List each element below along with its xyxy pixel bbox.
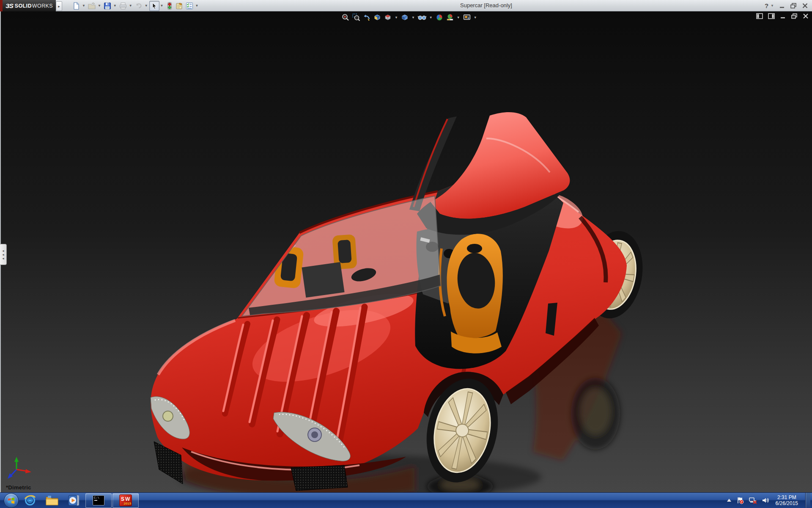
internet-explorer-icon xyxy=(24,494,36,507)
network-status-icon[interactable] xyxy=(749,497,757,504)
view-orientation-icon xyxy=(384,13,392,22)
hide-show-items-button[interactable] xyxy=(417,13,427,22)
taskbar: C:\ S W 2015 xyxy=(0,492,812,508)
view-settings-button[interactable] xyxy=(462,13,472,22)
main-toolbar: ▼ ▼ ▼ xyxy=(71,1,200,11)
hide-show-items-dropdown[interactable]: ▼ xyxy=(429,16,433,19)
sw-badge-s: S xyxy=(121,496,124,502)
previous-view-button[interactable] xyxy=(362,13,371,22)
apply-scene-icon xyxy=(446,13,454,22)
section-view-icon xyxy=(373,13,381,22)
taskbar-item-command-prompt[interactable]: C:\ xyxy=(85,493,112,508)
solidworks-logo: ЗS SOLID WORKS xyxy=(3,0,56,11)
print-button[interactable] xyxy=(118,1,128,11)
edit-appearance-button[interactable] xyxy=(435,13,444,22)
command-prompt-icon: C:\ xyxy=(93,495,104,505)
file-properties-icon xyxy=(175,2,184,10)
taskbar-items: C:\ S W 2015 xyxy=(0,493,139,508)
show-display-pane-icon[interactable] xyxy=(768,13,775,19)
graphics-viewport[interactable]: ▼ ▼ ▼ xyxy=(0,11,812,492)
previous-view-icon xyxy=(362,13,371,22)
select-dropdown[interactable]: ▼ xyxy=(160,4,164,8)
cmd-label: C:\ xyxy=(94,496,99,500)
options-button[interactable] xyxy=(184,1,195,11)
undo-icon xyxy=(134,2,143,10)
start-button[interactable] xyxy=(3,493,19,508)
options-checklist-icon xyxy=(185,2,194,10)
display-style-icon xyxy=(401,13,409,22)
view-orientation-dropdown[interactable]: ▼ xyxy=(395,16,398,19)
headsup-view-toolbar: ▼ ▼ ▼ xyxy=(341,13,478,22)
new-document-icon xyxy=(72,2,80,10)
volume-icon[interactable] xyxy=(762,497,769,504)
undo-dropdown[interactable]: ▼ xyxy=(145,4,148,8)
zoom-to-fit-icon xyxy=(341,13,350,22)
minimize-document-icon[interactable] xyxy=(780,13,786,19)
document-window-controls xyxy=(756,13,809,19)
help-button[interactable]: ? xyxy=(765,0,768,11)
zoom-to-area-button[interactable] xyxy=(351,13,361,22)
show-feature-pane-icon[interactable] xyxy=(756,13,763,19)
new-dropdown[interactable]: ▼ xyxy=(82,4,85,8)
select-cursor-icon xyxy=(150,2,159,10)
hide-show-items-icon xyxy=(417,13,427,22)
save-floppy-icon xyxy=(103,2,112,10)
title-bar[interactable]: ЗS SOLID WORKS ▸ ▼ ▼ xyxy=(0,0,812,11)
windows-logo-icon xyxy=(4,493,19,508)
open-button[interactable] xyxy=(87,1,97,11)
clock-time: 2:31 PM xyxy=(776,494,798,500)
window-title: Supercar [Read-only] xyxy=(460,2,512,8)
restore-document-icon[interactable] xyxy=(791,13,798,19)
help-dropdown[interactable]: ▼ xyxy=(771,4,774,8)
save-dropdown[interactable]: ▼ xyxy=(113,4,117,8)
sw-badge-year: 2015 xyxy=(123,502,131,505)
print-dropdown[interactable]: ▼ xyxy=(129,4,132,8)
display-style-dropdown[interactable]: ▼ xyxy=(411,16,415,19)
brand-mark: ЗS xyxy=(5,2,13,9)
new-button[interactable] xyxy=(71,1,81,11)
toolbar-flyout-arrow[interactable]: ▸ xyxy=(56,1,62,11)
taskbar-clock[interactable]: 2:31 PM 6/26/2015 xyxy=(776,494,798,506)
close-document-icon[interactable] xyxy=(803,13,809,19)
system-tray: 2:31 PM 6/26/2015 xyxy=(727,493,812,508)
file-properties-button[interactable] xyxy=(174,1,184,11)
select-button[interactable] xyxy=(149,1,159,11)
restore-button[interactable] xyxy=(790,3,797,8)
save-button[interactable] xyxy=(102,1,112,11)
options-dropdown[interactable]: ▼ xyxy=(195,4,199,8)
media-player-icon xyxy=(68,494,80,507)
collapsed-panel-tab[interactable]: ◄ ◄ ◄ xyxy=(0,244,7,265)
open-dropdown[interactable]: ▼ xyxy=(98,4,101,8)
view-orientation-button[interactable] xyxy=(383,13,392,22)
print-icon xyxy=(119,2,127,10)
window-controls: ? ▼ xyxy=(765,0,808,11)
apply-scene-button[interactable] xyxy=(445,13,455,22)
taskbar-item-solidworks[interactable]: S W 2015 xyxy=(112,493,139,508)
action-center-icon[interactable] xyxy=(736,497,744,504)
rebuild-button[interactable] xyxy=(165,1,174,11)
rebuild-traffic-light-icon xyxy=(166,2,173,10)
view-settings-icon xyxy=(463,13,471,22)
minimize-button[interactable] xyxy=(779,3,785,8)
taskbar-item-internet-explorer[interactable] xyxy=(19,493,41,508)
sw-badge-w: W xyxy=(125,496,130,502)
close-button[interactable] xyxy=(802,3,808,8)
edit-appearance-icon xyxy=(435,13,444,22)
section-view-button[interactable] xyxy=(373,13,382,22)
taskbar-item-media-player[interactable] xyxy=(63,493,85,508)
zoom-to-area-icon xyxy=(352,13,360,22)
taskbar-item-windows-explorer[interactable] xyxy=(41,493,63,508)
show-hidden-icons-button[interactable] xyxy=(727,498,732,502)
chevron-left-icon: ◄ xyxy=(2,249,5,252)
show-desktop-button[interactable] xyxy=(805,493,810,508)
solidworks-window: ЗS SOLID WORKS ▸ ▼ ▼ xyxy=(0,0,812,508)
undo-button[interactable] xyxy=(134,1,144,11)
zoom-to-fit-button[interactable] xyxy=(341,13,350,22)
brand-works: WORKS xyxy=(32,3,53,9)
supercar-3d-model[interactable] xyxy=(0,11,812,492)
apply-scene-dropdown[interactable]: ▼ xyxy=(457,16,460,19)
brand-solid: SOLID xyxy=(15,3,32,9)
open-folder-icon xyxy=(88,2,96,10)
view-settings-dropdown[interactable]: ▼ xyxy=(474,16,477,19)
display-style-button[interactable] xyxy=(400,13,409,22)
